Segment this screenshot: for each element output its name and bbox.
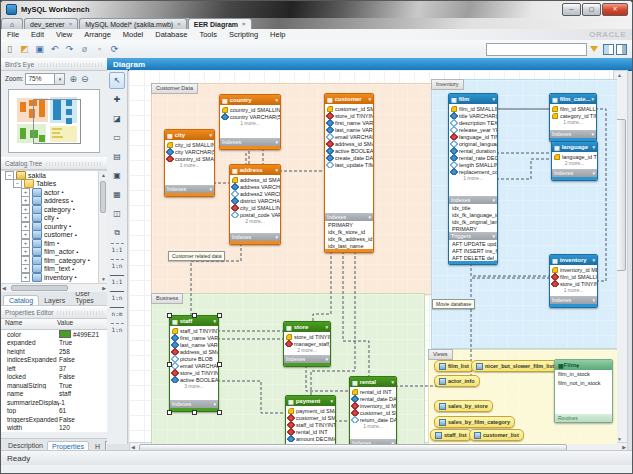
collapse-arrow-icon[interactable]: ▾ [275, 167, 278, 173]
tree-item-film_actor[interactable]: +film_actor• [1, 248, 107, 257]
column-row[interactable]: store_id TINYINT [170, 369, 218, 376]
collapse-arrow-icon[interactable]: ▾ [592, 257, 595, 263]
tool-rel-n-m-identifying[interactable]: n:m [109, 307, 125, 321]
column-row[interactable]: staff_id TINYINT [170, 327, 218, 334]
column-row[interactable]: original_language_i... [449, 140, 497, 147]
collapse-arrow-icon[interactable]: ▾ [391, 379, 394, 385]
column-row[interactable]: city_id SMALLINT [165, 141, 214, 148]
table-header[interactable]: ▦customer▾ [325, 94, 373, 104]
column-row[interactable]: staff_id TINYINT [286, 421, 335, 428]
diagram-table-payment[interactable]: ▦payment▾payment_id SMAL...customer_id S… [285, 395, 336, 444]
section-indexes[interactable]: Indexes▾ [220, 138, 280, 146]
catalog-vertical-scrollbar[interactable]: ▲ ▼ [98, 171, 107, 283]
property-row-name[interactable]: namestaff [1, 390, 107, 399]
tab-close-icon[interactable]: × [242, 21, 246, 27]
view-sales_by_film_category[interactable]: sales_by_film_category [434, 416, 515, 428]
column-row[interactable]: payment_id SMAL... [286, 407, 335, 414]
section-indexes[interactable]: Indexes▾ [550, 296, 597, 304]
column-row[interactable]: customer_id SMAL... [350, 409, 396, 416]
birds-eye-minimap[interactable] [8, 89, 100, 153]
diagram-table-staff[interactable]: ▦staff▾staff_id TINYINTfirst_name VARCH.… [169, 315, 219, 412]
more-columns[interactable]: 1 more... [550, 119, 596, 126]
column-row[interactable]: language_id TINY... [552, 153, 597, 160]
selection-handle[interactable] [167, 362, 172, 367]
minimize-button[interactable]: ─ [562, 3, 581, 16]
minimap-viewport[interactable] [33, 99, 81, 144]
column-row[interactable]: country_id SMALLINT [220, 106, 280, 113]
magnet-toggle-icon[interactable]: ø [78, 43, 91, 56]
zoom-dropdown-arrow[interactable]: ▾ [55, 73, 65, 85]
sidebar-tab-catalog[interactable]: Catalog [3, 295, 39, 305]
more-columns[interactable]: 1 more... [449, 175, 497, 182]
column-row[interactable]: address_id SMALLINT [230, 176, 280, 183]
routine-item[interactable]: film_in_stock [555, 370, 612, 379]
column-row[interactable]: store_id TINYINT [284, 333, 330, 340]
collapse-arrow-icon[interactable]: ▾ [213, 318, 216, 324]
eer-canvas[interactable]: Customer DataInventoryBusinessViews▦coun… [129, 70, 617, 444]
table-header[interactable]: ▦language▾ [552, 142, 597, 152]
column-row[interactable]: manager_staff_id ... [284, 340, 330, 347]
property-row-summarizeDisplay[interactable]: summarizeDisplay-1 [1, 398, 107, 407]
collapse-arrow-icon[interactable]: ▾ [325, 324, 328, 330]
maximize-button[interactable]: ▢ [582, 3, 601, 16]
more-columns[interactable]: 3 more... [170, 383, 218, 390]
panel-left-icon[interactable] [603, 44, 614, 55]
title-bar[interactable]: MySQL Workbench ─ ▢ ✕ [1, 1, 632, 18]
selection-handle[interactable] [167, 410, 172, 415]
diagram-table-rental[interactable]: ▦rental▾rental_id INTrental_date DATE...… [349, 376, 397, 444]
property-row-left[interactable]: left37 [1, 364, 107, 373]
table-header[interactable]: ▦film_cate...▾ [550, 94, 596, 104]
tool-new-image[interactable]: ▣ [109, 167, 125, 184]
column-row[interactable]: film_id SMALLINT [550, 105, 596, 112]
tool-rel-1-n-existing[interactable]: 1:n [109, 323, 125, 337]
selection-handle[interactable] [217, 313, 222, 318]
column-row[interactable]: store_id TINYINT [550, 280, 597, 287]
tool-new-note[interactable]: ▤ [109, 148, 125, 165]
column-row[interactable]: inventory_id MEDI... [350, 402, 396, 409]
tool-select-cursor[interactable]: ↖ [109, 72, 125, 89]
column-row[interactable]: last_update TIMEST... [325, 161, 373, 168]
collapse-arrow-icon[interactable]: ▾ [209, 132, 212, 138]
section-indexes[interactable]: Indexes▾ [165, 185, 214, 193]
collapse-arrow-icon[interactable]: ▾ [368, 96, 371, 102]
column-row[interactable]: country_id SMALLINT [165, 155, 214, 162]
diagram-table-inventory[interactable]: ▦inventory▾inventory_id MEDI...film_id S… [549, 254, 598, 308]
catalog-horizontal-scrollbar[interactable]: ◀ ▶ [1, 283, 107, 292]
view-sales_by_store[interactable]: sales_by_store [434, 400, 493, 412]
section-indexes[interactable]: Indexes▾ [449, 196, 497, 204]
document-tab-eer[interactable]: EER Diagram× [188, 18, 252, 29]
column-row[interactable]: first_name VARCH... [170, 334, 218, 341]
tool-new-routine-group[interactable]: ⧉ [109, 224, 125, 241]
menu-tools[interactable]: Tools [193, 30, 223, 39]
property-row-height[interactable]: height258 [1, 347, 107, 356]
zoom-out-icon[interactable]: ⊖ [81, 74, 89, 84]
section-indexes[interactable]: Indexes▾ [230, 233, 280, 241]
view-staff_list[interactable]: staff_list [430, 429, 472, 441]
history-icon[interactable]: ⟳ [108, 43, 121, 56]
panel-right-icon[interactable] [616, 44, 627, 55]
routine-item[interactable]: film_not_in_stock [555, 379, 612, 388]
menu-database[interactable]: Database [149, 30, 193, 39]
property-row-expanded[interactable]: expandedTrue [1, 339, 107, 348]
collapse-arrow-icon[interactable]: ▾ [591, 96, 594, 102]
column-row[interactable]: district VARCHAR(20) [230, 197, 280, 204]
grid-toggle-icon[interactable]: ▫ [93, 43, 106, 56]
selection-handle[interactable] [217, 362, 222, 367]
column-row[interactable]: store_id TINYINT [325, 112, 373, 119]
tree-item-customer[interactable]: +customer• [1, 231, 107, 240]
column-row[interactable]: active BOOLEAN [170, 376, 218, 383]
section-indexes[interactable]: Indexes▾ [350, 439, 396, 444]
column-row[interactable]: category_id TINY... [550, 112, 596, 119]
diagram-table-language[interactable]: ▦language▾language_id TINY...2 more...In… [551, 141, 598, 181]
tree-expander-icon[interactable]: + [21, 273, 30, 282]
tool-eraser[interactable]: ◪ [109, 110, 125, 127]
column-row[interactable]: inventory_id MEDI... [550, 266, 597, 273]
save-model-icon[interactable]: ▣ [33, 43, 46, 56]
table-header[interactable]: ▦country▾ [220, 95, 280, 105]
tree-item-film_text[interactable]: +film_text• [1, 265, 107, 274]
diagram-table-film_cate[interactable]: ▦film_cate...▾film_id SMALLINTcategory_i… [549, 93, 597, 142]
table-header[interactable]: ▦address▾ [230, 165, 280, 175]
search-input[interactable] [486, 43, 587, 56]
tab-close-icon[interactable]: × [69, 21, 73, 27]
more-columns[interactable]: 2 more... [230, 218, 280, 225]
